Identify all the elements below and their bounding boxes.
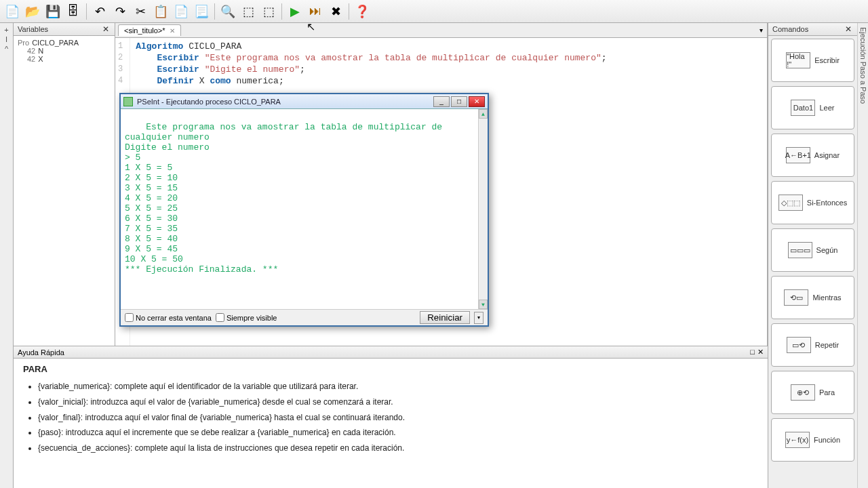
command-asignar[interactable]: A←B+1Asignar [771, 134, 854, 177]
commands-body: "Hola !"EscribirDato1LeerA←B+1Asignar◇⬚⬚… [768, 36, 857, 488]
help-panel-close-icon[interactable]: ✕ [757, 348, 764, 357]
console-vscroll[interactable]: ▲ ▼ [478, 109, 488, 309]
command-repetir[interactable]: ▭⟲Repetir [771, 323, 854, 367]
command-label: Repetir [815, 341, 839, 349]
command-icon: A←B+1 [786, 147, 810, 163]
variables-panel-title: Variables [18, 25, 48, 33]
console-minimize-icon[interactable]: _ [433, 96, 450, 107]
help-item: {valor_final}: introduzca aquí el valor … [38, 412, 758, 424]
command-según[interactable]: ▭▭▭Según [771, 228, 854, 272]
command-label: Para [819, 388, 835, 396]
step-icon[interactable]: ⏭ [306, 2, 325, 21]
command-label: Según [816, 246, 838, 254]
commands-panel-title: Comandos [772, 25, 808, 33]
console-titlebar[interactable]: PSeInt - Ejecutando proceso CICLO_PARA _… [121, 94, 488, 109]
chk-always-box[interactable] [216, 313, 224, 322]
step-exec-label: Ejecución Paso a Paso [859, 27, 867, 488]
command-icon: ⊕⟲ [791, 384, 815, 401]
run-icon[interactable]: ▶ [285, 2, 304, 21]
command-icon: ▭▭▭ [788, 242, 812, 258]
chk-no-close[interactable]: No cerrar esta ventana [125, 313, 212, 322]
console-output: Este programa nos va amostrar la tabla d… [121, 109, 488, 309]
undo-icon[interactable]: ↶ [90, 2, 109, 21]
paste-icon[interactable]: 📄 [172, 2, 191, 21]
variables-panel-header: Variables ✕ [14, 23, 115, 36]
variables-panel-close-icon[interactable]: ✕ [101, 24, 111, 34]
main-toolbar: 📄 📂 💾 🗄 ↶ ↷ ✂ 📋 📄 📃 🔍 ⬚ ⬚ ▶ ⏭ ✖ ❓ [0, 0, 868, 23]
help-item: {paso}: introduzca aquí el incremente qu… [38, 427, 758, 439]
restart-button[interactable]: Reiniciar [420, 311, 470, 324]
tab-close-icon[interactable]: ✕ [170, 27, 175, 35]
redo-icon[interactable]: ↷ [111, 2, 130, 21]
open-file-icon[interactable]: 📂 [23, 2, 42, 21]
list-icon[interactable]: 📃 [192, 2, 211, 21]
command-leer[interactable]: Dato1Leer [771, 86, 854, 129]
find-icon[interactable]: 🔍 [218, 2, 237, 21]
command-label: Mientras [812, 293, 841, 302]
console-app-icon [123, 97, 133, 106]
help-item: {valor_inicial}: introduzca aquí el valo… [38, 396, 758, 408]
copy-icon[interactable]: 📋 [151, 2, 170, 21]
tool-b-icon[interactable]: ⬚ [259, 2, 278, 21]
command-label: Si-Entonces [807, 199, 847, 207]
command-label: Función [814, 436, 840, 444]
save-as-icon[interactable]: 🗄 [64, 2, 83, 21]
command-icon: y←f(x) [785, 432, 810, 448]
editor-tab[interactable]: <sin_titulo>* ✕ [118, 24, 181, 36]
help-panel-header: Ayuda Rápida □ ✕ [14, 346, 768, 359]
command-mientras[interactable]: ⟲▭Mientras [771, 276, 854, 319]
help-item: {secuencia_de_acciones}: complete aquí l… [38, 443, 758, 454]
chk-always-label: Siempre visible [226, 314, 277, 322]
tool-a-icon[interactable]: ⬚ [239, 2, 258, 21]
vscroll-up-icon[interactable]: ▲ [479, 109, 488, 119]
help-item: {variable_numerica}: complete aquí el id… [38, 381, 758, 392]
chk-no-close-box[interactable] [125, 313, 134, 322]
chk-always-visible[interactable]: Siempre visible [216, 313, 277, 322]
toolbar-separator [86, 3, 87, 20]
operators-strip[interactable]: +I^ [0, 23, 14, 488]
console-close-icon[interactable]: ✕ [469, 96, 485, 107]
help-panel: Ayuda Rápida □ ✕ PARA {variable_numerica… [14, 346, 768, 488]
command-label: Asignar [814, 151, 840, 159]
tabs-dropdown-icon[interactable]: ▾ [760, 26, 763, 34]
toolbar-separator [214, 3, 215, 20]
console-bottom-bar: No cerrar esta ventana Siempre visible R… [121, 309, 488, 325]
toolbar-separator [281, 3, 282, 20]
commands-panel-close-icon[interactable]: ✕ [844, 24, 853, 34]
command-escribir[interactable]: "Hola !"Escribir [771, 39, 854, 82]
command-icon: Dato1 [791, 100, 815, 116]
console-maximize-icon[interactable]: □ [451, 96, 467, 107]
command-función[interactable]: y←f(x)Función [771, 418, 854, 462]
console-title: PSeInt - Ejecutando proceso CICLO_PARA [137, 98, 432, 106]
variable-row[interactable]: 42X [18, 55, 111, 63]
commands-panel: Comandos ✕ "Hola !"EscribirDato1LeerA←B+… [768, 23, 857, 488]
editor-tab-label: <sin_titulo>* [124, 26, 165, 35]
save-icon[interactable]: 💾 [43, 2, 62, 21]
command-para[interactable]: ⊕⟲Para [771, 371, 854, 414]
console-output-text: Este programa nos va amostrar la tabla d… [125, 122, 442, 274]
vscroll-down-icon[interactable]: ▼ [479, 300, 488, 309]
variable-row[interactable]: 42N [18, 47, 111, 55]
step-exec-strip[interactable]: Ejecución Paso a Paso [857, 23, 868, 488]
editor-tabs: <sin_titulo>* ✕ ▾ [115, 23, 767, 38]
help-panel-max-icon[interactable]: □ [750, 348, 755, 357]
console-window: PSeInt - Ejecutando proceso CICLO_PARA _… [119, 93, 489, 327]
help-panel-title: Ayuda Rápida [18, 348, 64, 357]
new-file-icon[interactable]: 📄 [3, 2, 22, 21]
command-icon: ⟲▭ [784, 289, 808, 306]
help-icon[interactable]: ❓ [353, 2, 372, 21]
cut-icon[interactable]: ✂ [131, 2, 150, 21]
help-body: PARA {variable_numerica}: complete aquí … [14, 359, 768, 464]
toolbar-separator [349, 3, 349, 20]
command-icon: "Hola !" [786, 52, 810, 68]
help-heading: PARA [23, 364, 758, 374]
console-options-dropdown-icon[interactable]: ▾ [474, 312, 484, 324]
command-si-entonces[interactable]: ◇⬚⬚Si-Entonces [771, 181, 854, 224]
command-label: Leer [819, 104, 834, 112]
help-list: {variable_numerica}: complete aquí el id… [23, 381, 758, 454]
command-icon: ▭⟲ [787, 337, 811, 353]
variables-body: ProCICLO_PARA 42N42X [14, 36, 115, 66]
commands-panel-header: Comandos ✕ [768, 23, 857, 36]
variables-root[interactable]: ProCICLO_PARA [18, 39, 111, 47]
stop-icon[interactable]: ✖ [326, 2, 345, 21]
